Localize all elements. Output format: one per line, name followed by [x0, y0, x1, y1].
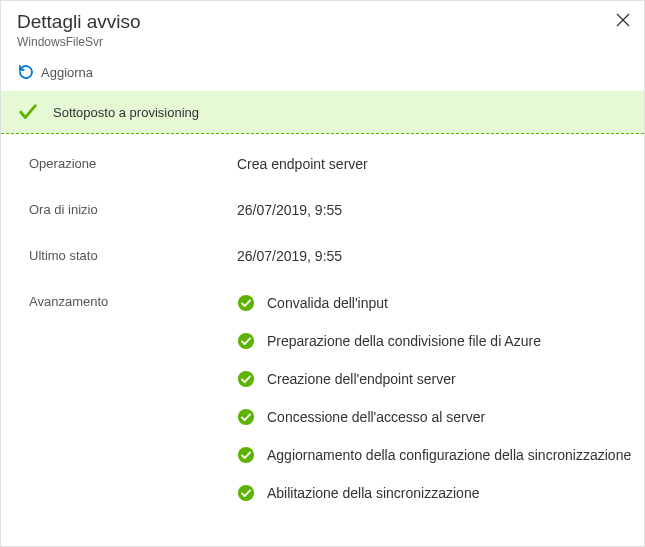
panel-subtitle: WindowsFileSvr [17, 35, 628, 49]
value-start-time: 26/07/2019, 9:55 [237, 202, 342, 218]
label-start-time: Ora di inizio [29, 202, 237, 218]
label-operation: Operazione [29, 156, 237, 172]
close-button[interactable] [616, 13, 630, 31]
progress-step: Concessione dell'accesso al server [237, 408, 631, 426]
svg-point-6 [238, 447, 254, 463]
refresh-icon[interactable] [17, 63, 35, 81]
step-check-icon [237, 294, 255, 312]
step-check-icon [237, 484, 255, 502]
progress-step: Convalida dell'input [237, 294, 631, 312]
progress-step: Creazione dell'endpoint server [237, 370, 631, 388]
close-icon [616, 13, 630, 27]
status-banner: Sottoposto a provisioning [1, 91, 644, 134]
step-check-icon [237, 332, 255, 350]
progress-steps: Convalida dell'input Preparazione della … [237, 294, 631, 502]
svg-point-3 [238, 333, 254, 349]
status-text: Sottoposto a provisioning [53, 105, 199, 120]
row-progress: Avanzamento Convalida dell'input Prepara… [29, 294, 640, 502]
step-text: Concessione dell'accesso al server [267, 409, 485, 425]
progress-step: Preparazione della condivisione file di … [237, 332, 631, 350]
toolbar: Aggiorna [1, 55, 644, 91]
svg-point-7 [238, 485, 254, 501]
label-last-state: Ultimo stato [29, 248, 237, 264]
svg-point-2 [238, 295, 254, 311]
row-last-state: Ultimo stato 26/07/2019, 9:55 [29, 248, 640, 264]
label-progress: Avanzamento [29, 294, 237, 502]
row-operation: Operazione Crea endpoint server [29, 156, 640, 172]
step-text: Preparazione della condivisione file di … [267, 333, 541, 349]
value-last-state: 26/07/2019, 9:55 [237, 248, 342, 264]
svg-point-5 [238, 409, 254, 425]
value-operation: Crea endpoint server [237, 156, 368, 172]
step-text: Aggiornamento della configurazione della… [267, 447, 631, 463]
step-check-icon [237, 446, 255, 464]
svg-point-4 [238, 371, 254, 387]
step-text: Convalida dell'input [267, 295, 388, 311]
progress-step: Abilitazione della sincronizzazione [237, 484, 631, 502]
details-section: Operazione Crea endpoint server Ora di i… [1, 134, 644, 502]
step-check-icon [237, 370, 255, 388]
checkmark-icon [17, 101, 39, 123]
row-start-time: Ora di inizio 26/07/2019, 9:55 [29, 202, 640, 218]
panel-title: Dettagli avviso [17, 11, 628, 33]
refresh-button[interactable]: Aggiorna [41, 65, 93, 80]
progress-step: Aggiornamento della configurazione della… [237, 446, 631, 464]
panel-header: Dettagli avviso WindowsFileSvr [1, 1, 644, 55]
step-text: Abilitazione della sincronizzazione [267, 485, 479, 501]
step-text: Creazione dell'endpoint server [267, 371, 456, 387]
step-check-icon [237, 408, 255, 426]
